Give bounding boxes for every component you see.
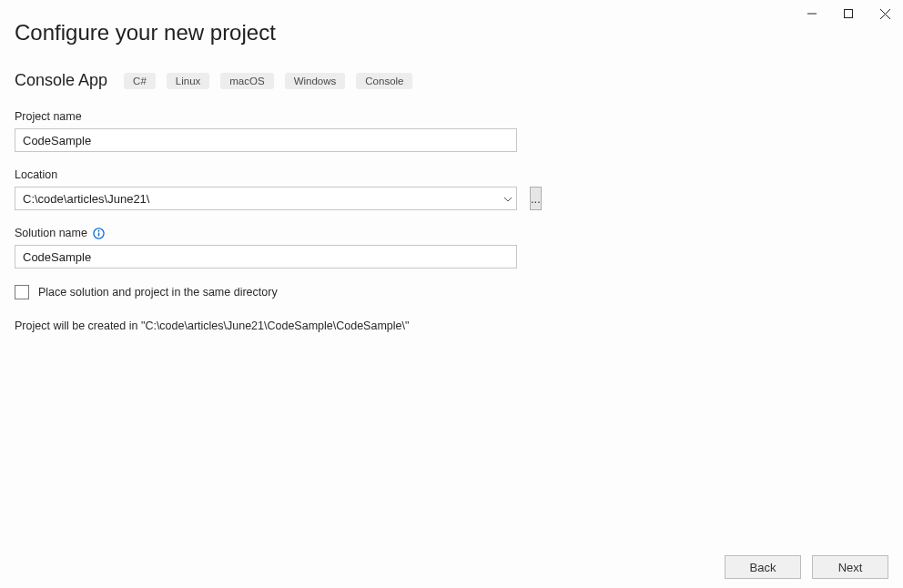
location-input[interactable] — [15, 187, 517, 210]
wizard-footer: Back Next — [725, 555, 888, 579]
close-button[interactable] — [867, 0, 903, 27]
solution-name-label-text: Solution name — [15, 227, 87, 239]
tag: macOS — [220, 73, 273, 89]
page-title: Configure your new project — [15, 20, 888, 46]
same-directory-label: Place solution and project in the same d… — [38, 286, 278, 299]
project-type-label: Console App — [15, 71, 107, 90]
project-type-row: Console App C# Linux macOS Windows Conso… — [15, 71, 888, 90]
project-name-input[interactable] — [15, 128, 517, 152]
svg-rect-1 — [845, 10, 853, 18]
svg-point-5 — [98, 229, 100, 231]
tag: Console — [356, 73, 412, 89]
next-button[interactable]: Next — [812, 555, 888, 579]
project-name-label: Project name — [15, 110, 533, 123]
tag: Windows — [285, 73, 346, 89]
creation-path-summary: Project will be created in "C:\code\arti… — [15, 319, 533, 332]
solution-name-label: Solution name — [15, 227, 533, 239]
tag: C# — [124, 73, 156, 89]
tag: Linux — [167, 73, 210, 89]
solution-name-input[interactable] — [15, 245, 517, 269]
location-label: Location — [15, 168, 533, 181]
maximize-button[interactable] — [830, 0, 867, 27]
svg-rect-6 — [98, 232, 99, 236]
back-button[interactable]: Back — [725, 555, 801, 579]
minimize-button[interactable] — [794, 0, 830, 27]
info-icon[interactable] — [93, 227, 106, 239]
browse-button[interactable]: ... — [530, 187, 542, 210]
window-controls — [794, 0, 903, 27]
same-directory-checkbox[interactable] — [15, 285, 29, 299]
